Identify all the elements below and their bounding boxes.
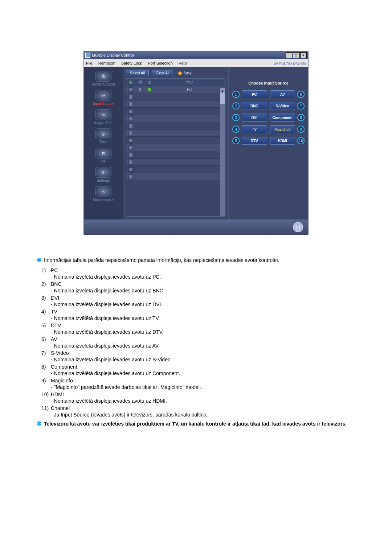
list-item: 3)DVI- Nomaina izvēlētā displeja ievades… bbox=[41, 295, 359, 307]
table-row[interactable] bbox=[126, 130, 225, 137]
list-desc: - Nomaina izvēlētā displeja ievades avot… bbox=[51, 301, 359, 307]
time-icon: ◷ bbox=[95, 128, 111, 139]
close-button[interactable]: × bbox=[300, 52, 307, 58]
maximize-button[interactable]: □ bbox=[293, 52, 299, 58]
panel-title: Choose Input Source bbox=[232, 81, 305, 85]
list-desc: - Nomaina izvēlētā displeja ievades avot… bbox=[51, 398, 359, 404]
table-row[interactable]: 0 PC bbox=[126, 86, 225, 93]
row-checkbox[interactable] bbox=[128, 160, 133, 164]
table-row[interactable] bbox=[126, 115, 225, 122]
header-checkbox[interactable] bbox=[128, 80, 133, 85]
title-bar: Multiple Display Control _ □ × bbox=[84, 51, 308, 59]
list-desc: - Nomaina izvēlētā displeja ievades avot… bbox=[51, 274, 359, 280]
scroll-up-button[interactable]: ▴ bbox=[220, 88, 225, 93]
source-dvi-button[interactable]: DVI bbox=[242, 114, 267, 122]
table-row[interactable] bbox=[126, 122, 225, 130]
note-outro: ✱ Televizoru kā avotu var izvēlēties tik… bbox=[36, 420, 359, 427]
source-pc-button[interactable]: PC bbox=[242, 90, 267, 98]
list-number: 4) bbox=[41, 309, 51, 321]
app-window: Multiple Display Control _ □ × File Remo… bbox=[83, 51, 309, 235]
list-title: BNC bbox=[51, 281, 62, 287]
sidebar-item-pip[interactable]: ◩ PIP bbox=[84, 146, 123, 165]
row-checkbox[interactable] bbox=[128, 138, 133, 143]
table-row[interactable] bbox=[126, 144, 225, 151]
menu-safety-lock[interactable]: Safety Lock bbox=[121, 61, 142, 65]
source-tv-button[interactable]: TV bbox=[242, 125, 267, 133]
busy-icon bbox=[178, 71, 182, 75]
row-checkbox[interactable] bbox=[128, 87, 133, 92]
source-svideo-button[interactable]: S-Video bbox=[270, 102, 295, 110]
row-checkbox[interactable] bbox=[128, 153, 133, 157]
row-checkbox[interactable] bbox=[128, 131, 133, 135]
sidebar-item-power-control[interactable]: ⏻ Power Control bbox=[84, 69, 123, 89]
row-checkbox[interactable] bbox=[128, 167, 133, 172]
list-number: 11) bbox=[41, 405, 51, 418]
list-desc: - Nomaina izvēlētā displeja ievades avot… bbox=[51, 343, 359, 349]
table-row[interactable] bbox=[126, 108, 225, 115]
row-checkbox[interactable] bbox=[128, 102, 133, 106]
table-row[interactable] bbox=[126, 173, 225, 180]
row-checkbox[interactable] bbox=[128, 175, 133, 179]
scrollbar-thumb[interactable] bbox=[220, 93, 225, 104]
row-checkbox[interactable] bbox=[128, 124, 133, 128]
list-item: 7)S-Video- Nomaina izvēlētā displeja iev… bbox=[41, 350, 359, 362]
star-icon: ✱ bbox=[36, 420, 42, 427]
status-bar: ! bbox=[84, 219, 308, 235]
table-row[interactable] bbox=[126, 93, 225, 100]
menu-remocon[interactable]: Remocon bbox=[98, 61, 115, 65]
source-dtv-button[interactable]: DTV bbox=[242, 137, 267, 145]
list-number: 8) bbox=[41, 364, 51, 376]
table-row[interactable] bbox=[126, 166, 225, 173]
row-checkbox[interactable] bbox=[128, 116, 133, 121]
source-hdmi-button[interactable]: HDMI bbox=[270, 137, 295, 145]
list-number: 3) bbox=[41, 295, 51, 307]
list-desc: - Nomaina izvēlētā displeja ievades avot… bbox=[51, 329, 359, 335]
list-number: 1) bbox=[41, 267, 51, 280]
row-id: 0 bbox=[135, 87, 145, 91]
sidebar-item-settings[interactable]: ⚙ Settings bbox=[84, 165, 123, 185]
list-desc: - "MagicInfo" paredzētā ievade darbojas … bbox=[51, 384, 359, 390]
list-title: DTV bbox=[51, 323, 61, 328]
sidebar: ⏻ Power Control ⇄ Input Source ▭ Image S… bbox=[84, 67, 123, 219]
device-list-panel: Select All Clear All Busy ▴ ID ◎ Input bbox=[123, 67, 228, 219]
table-row[interactable] bbox=[126, 137, 225, 144]
list-desc: - Nomaina izvēlētā displeja ievades avot… bbox=[51, 370, 359, 376]
menu-port-selection[interactable]: Port Selection bbox=[148, 61, 172, 65]
list-title: MagicInfo bbox=[51, 378, 73, 383]
sidebar-item-time[interactable]: ◷ Time bbox=[84, 127, 123, 146]
sidebar-item-maintenance[interactable]: ✎ Maintenance bbox=[84, 185, 123, 204]
scrollbar-track[interactable] bbox=[220, 93, 225, 216]
list-number: 10) bbox=[41, 391, 51, 404]
table-row[interactable] bbox=[126, 151, 225, 159]
list-item: 11)Channel- Ja Input Source (ievades avo… bbox=[41, 405, 359, 418]
minimize-button[interactable]: _ bbox=[286, 52, 292, 58]
list-item: 5)DTV- Nomaina izvēlētā displeja ievades… bbox=[41, 323, 359, 335]
select-all-button[interactable]: Select All bbox=[126, 70, 149, 76]
source-bnc-button[interactable]: BNC bbox=[242, 102, 267, 110]
source-magicinfo-button[interactable]: MagicInfo bbox=[270, 125, 295, 133]
note-text: Informācijas tabula parāda nepieciešamo … bbox=[44, 257, 279, 264]
row-checkbox[interactable] bbox=[128, 95, 133, 99]
row-checkbox[interactable] bbox=[128, 145, 133, 150]
row-checkbox[interactable] bbox=[128, 109, 133, 114]
table-row[interactable] bbox=[126, 100, 225, 108]
list-desc: - Nomaina izvēlētā displeja ievades avot… bbox=[51, 288, 359, 294]
sidebar-item-image-size[interactable]: ▭ Image Size bbox=[84, 108, 123, 127]
menu-help[interactable]: Help bbox=[179, 61, 187, 65]
list-title: Channel bbox=[51, 405, 70, 411]
brand-label: SAMSUNG DIGITall bbox=[274, 61, 306, 65]
menu-file[interactable]: File bbox=[86, 61, 93, 65]
list-desc: - Nomaina izvēlētā displeja ievades avot… bbox=[51, 315, 359, 321]
table-row[interactable] bbox=[126, 159, 225, 166]
callout-9: 9 bbox=[297, 126, 305, 133]
source-av-button[interactable]: AV bbox=[270, 90, 295, 98]
status-dot-icon bbox=[148, 88, 151, 91]
clear-all-button[interactable]: Clear All bbox=[152, 70, 173, 76]
info-icon[interactable]: ! bbox=[293, 222, 303, 232]
callout-8: 8 bbox=[297, 114, 305, 121]
sidebar-item-input-source[interactable]: ⇄ Input Source bbox=[84, 89, 123, 108]
sidebar-item-label: PIP bbox=[100, 159, 106, 163]
source-component-button[interactable]: Component bbox=[270, 114, 295, 122]
list-item: 2)BNC- Nomaina izvēlētā displeja ievades… bbox=[41, 281, 359, 294]
header-status-icon: ◎ bbox=[145, 80, 154, 84]
